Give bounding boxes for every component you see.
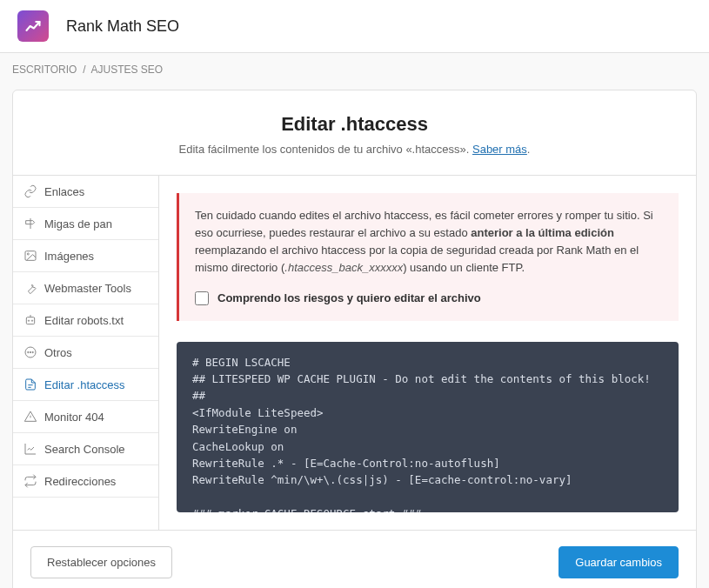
save-button[interactable]: Guardar cambios xyxy=(559,546,679,578)
panel-footer: Restablecer opciones Guardar cambios xyxy=(13,530,696,588)
svg-point-8 xyxy=(32,351,33,352)
search-icon xyxy=(23,442,37,456)
warning-box: Ten cuidado cuando edites el archivo hta… xyxy=(177,193,679,321)
breadcrumb-home[interactable]: ESCRITORIO xyxy=(12,63,77,76)
sidebar-item-label: Monitor 404 xyxy=(44,411,104,424)
sidebar-item-label: Webmaster Tools xyxy=(44,282,131,295)
svg-rect-2 xyxy=(26,317,34,324)
signpost-icon xyxy=(23,217,37,231)
sidebar-item-searchconsole[interactable]: Search Console xyxy=(13,433,158,465)
warning-icon xyxy=(23,410,37,424)
sidebar-item-redirections[interactable]: Redirecciones xyxy=(13,465,158,498)
breadcrumb-current: AJUSTES SEO xyxy=(91,63,164,76)
reset-button[interactable]: Restablecer opciones xyxy=(30,546,172,578)
link-icon xyxy=(23,184,37,198)
sidebar-item-label: Search Console xyxy=(44,443,125,456)
panel-header: Editar .htaccess Edita fácilmente los co… xyxy=(13,90,696,176)
panel-body: Enlaces Migas de pan Imágenes Webmaster … xyxy=(13,176,696,530)
image-icon xyxy=(23,249,37,263)
risk-checkbox-label[interactable]: Comprendo los riesgos y quiero editar el… xyxy=(217,290,481,307)
sidebar-item-label: Enlaces xyxy=(44,185,84,198)
panel-title: Editar .htaccess xyxy=(30,113,679,136)
sidebar-item-other[interactable]: Otros xyxy=(13,337,158,369)
panel-subtitle: Edita fácilmente los contenidos de tu ar… xyxy=(30,143,679,156)
app-header: Rank Math SEO xyxy=(0,0,709,53)
app-title: Rank Math SEO xyxy=(66,17,179,36)
sidebar-item-breadcrumbs[interactable]: Migas de pan xyxy=(13,208,158,240)
redirect-icon xyxy=(23,474,37,488)
settings-sidebar: Enlaces Migas de pan Imágenes Webmaster … xyxy=(13,176,159,530)
svg-point-3 xyxy=(28,320,29,321)
risk-checkbox-row: Comprendo los riesgos y quiero editar el… xyxy=(195,290,663,307)
wrench-icon xyxy=(23,281,37,295)
svg-point-4 xyxy=(31,320,32,321)
sidebar-item-label: Editar .htaccess xyxy=(44,378,125,391)
risk-checkbox[interactable] xyxy=(195,291,209,305)
sidebar-item-robots[interactable]: Editar robots.txt xyxy=(13,304,158,337)
dots-icon xyxy=(23,345,37,359)
sidebar-item-label: Editar robots.txt xyxy=(44,314,124,327)
svg-point-7 xyxy=(30,351,30,352)
code-wrapper: # BEGIN LSCACHE ## LITESPEED WP CACHE PL… xyxy=(177,342,679,512)
svg-point-6 xyxy=(28,351,29,352)
svg-point-1 xyxy=(27,253,29,255)
file-icon xyxy=(23,378,37,391)
sidebar-item-htaccess[interactable]: Editar .htaccess xyxy=(13,369,158,401)
rank-math-logo xyxy=(17,10,49,42)
settings-panel: Editar .htaccess Edita fácilmente los co… xyxy=(12,90,697,588)
htaccess-editor[interactable]: # BEGIN LSCACHE ## LITESPEED WP CACHE PL… xyxy=(177,342,679,512)
sidebar-item-label: Migas de pan xyxy=(44,217,112,231)
learn-more-link[interactable]: Saber más xyxy=(472,143,527,156)
sidebar-item-images[interactable]: Imágenes xyxy=(13,240,158,272)
sidebar-item-label: Otros xyxy=(44,346,72,359)
warning-text: Ten cuidado cuando edites el archivo hta… xyxy=(195,207,663,277)
sidebar-item-webmaster[interactable]: Webmaster Tools xyxy=(13,272,158,304)
sidebar-item-label: Imágenes xyxy=(44,250,94,263)
settings-content: Ten cuidado cuando edites el archivo hta… xyxy=(159,176,696,530)
robot-icon xyxy=(23,313,37,327)
sidebar-item-label: Redirecciones xyxy=(44,475,116,488)
sidebar-item-monitor404[interactable]: Monitor 404 xyxy=(13,401,158,433)
breadcrumb: ESCRITORIO / AJUSTES SEO xyxy=(0,53,709,86)
sidebar-item-links[interactable]: Enlaces xyxy=(13,176,158,208)
